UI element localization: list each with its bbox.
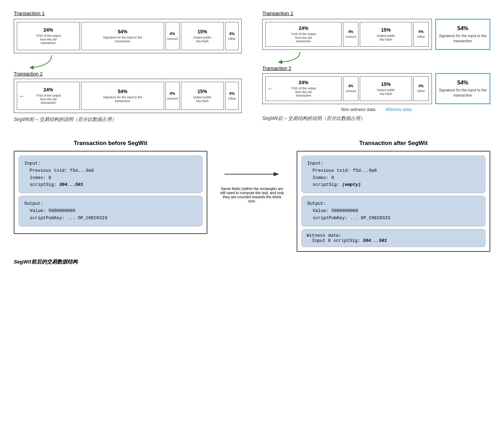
right-arrow-svg xyxy=(273,52,314,62)
after-segwit-block: Transaction after SegWit Input: Previous… xyxy=(297,140,490,252)
before-output-box: Output: Value: 5000000000 scriptPubKey: … xyxy=(19,196,203,226)
left-arrow-svg xyxy=(24,55,65,68)
after-witness-box: Witness data: Input 0 scriptSig: 304...5… xyxy=(301,229,485,247)
right-arrow-area xyxy=(273,52,490,62)
left-tx1-cell-txid: 24% TXID of the outputfrom the oldtransa… xyxy=(17,22,80,50)
left-tx1-title: Transaction 1 xyxy=(14,10,242,16)
arrow-note: Same fields (within the rectangle) are s… xyxy=(219,187,285,203)
left-tx2-title: Transaction 2 xyxy=(14,71,242,77)
right-tx1-row: 24% TXID of the outputfrom the oldtransa… xyxy=(262,19,490,50)
right-tx1-sig-content: 54% Signature for the input to the trans… xyxy=(439,25,487,43)
right-tx2-sig-box: 54% Signature for the input to the trans… xyxy=(435,73,490,104)
bottom-section: Transaction before SegWit Input: Previou… xyxy=(14,140,490,252)
bottom-caption: SegWit前后的交易数据结构 xyxy=(14,259,490,265)
txid-italic: txid xyxy=(262,191,267,195)
right-tx1-sig-box: 54% Signature for the input to the trans… xyxy=(435,19,490,50)
left-tx2-cell-sig: 54% Signature for the input to thetransa… xyxy=(81,82,164,110)
after-segwit-outer: Input: Previous txid: f5d...9a6 Index: 0… xyxy=(297,151,490,252)
right-tx2-sig-content: 54% Signature for the input to the trans… xyxy=(439,80,487,98)
right-tx2-title: Transaction 2 xyxy=(262,66,490,71)
before-segwit-title: Transaction before SegWit xyxy=(14,140,207,147)
nonwitness-label: Non witness data xyxy=(341,107,376,112)
before-segwit-block: Transaction before SegWit Input: Previou… xyxy=(14,140,207,234)
left-tx2-cell-txid: ← 24% TXID of the outputfrom the oldtran… xyxy=(17,82,80,110)
right-tx1-cell-other: 4% Other xyxy=(413,22,429,47)
right-tx1-cell-txid: 24% TXID of the outputfrom the oldtransa… xyxy=(265,22,342,47)
right-tx2-cell-amount: 4% Amount xyxy=(343,76,358,101)
right-caption: SegWit后 – 交易结构的说明（百分比数据占用） xyxy=(262,115,490,122)
before-segwit-outer: Input: Previous txid: f5d...9a6 Index: 0… xyxy=(14,151,207,234)
left-tx1-cell-pubkey: 15% Output publickey hash xyxy=(181,22,224,50)
left-caption: SegWit前 – 交易结构的说明（百分比数据占用） xyxy=(14,116,242,123)
right-tx2-cell-other: 4% Other xyxy=(413,76,429,101)
arrow-note-area: Same fields (within the rectangle) are s… xyxy=(218,140,286,203)
after-input-box: Input: Previous txid: f5d...9a6 Index: 0… xyxy=(301,156,485,193)
right-green-arrow-icon: ← xyxy=(267,85,273,92)
right-tx2-main: ← 24% TXID of the outputfrom the oldtran… xyxy=(262,73,432,104)
after-witness-sig-value: 304...501 xyxy=(363,238,387,243)
witness-label: Witness data xyxy=(386,107,411,112)
after-scriptsig-value: (empty) xyxy=(342,182,361,187)
right-tx1-cell-pubkey: 15% Output publickey hash xyxy=(360,22,412,47)
right-tx1-main: 24% TXID of the outputfrom the oldtransa… xyxy=(262,19,432,50)
arrow-graphic xyxy=(221,164,283,184)
left-tx2-cell-other: 4% Other xyxy=(225,82,239,110)
left-tx1-cell-other: 4% Other xyxy=(225,22,239,50)
left-tx2-cell-pubkey: 15% Output publickey hash xyxy=(181,82,224,110)
left-tx1-cell-amount: 4% Amount xyxy=(165,22,180,50)
right-tx2-cell-pubkey: 15% Output publickey hash xyxy=(360,76,412,101)
before-input-box: Input: Previous txid: f5d...9a6 Index: 0… xyxy=(19,156,203,193)
right-tx1-title: Transaction 1 xyxy=(262,10,490,16)
right-tx2-cell-txid: ← 24% TXID of the outputfrom the oldtran… xyxy=(265,76,342,101)
left-tx2-cell-amount: 4% Amount xyxy=(165,82,180,110)
bottom-section-wrapper: Transaction before SegWit Input: Previou… xyxy=(14,140,490,265)
right-tx2-row: ← 24% TXID of the outputfrom the oldtran… xyxy=(262,73,490,104)
before-scriptsig-value: 304...501 xyxy=(59,182,83,187)
left-tx2-box: ← 24% TXID of the outputfrom the oldtran… xyxy=(14,79,242,113)
top-section: Transaction 1 24% TXID of the outputfrom… xyxy=(14,10,490,123)
left-tx1-box: 24% TXID of the outputfrom the oldtransa… xyxy=(14,19,242,53)
bottom-arrow-svg xyxy=(221,164,283,184)
right-tx1-cell-amount: 4% Amount xyxy=(343,22,358,47)
left-green-arrow-icon: ← xyxy=(19,92,25,100)
left-tx1-cell-sig: 54% Signature for the input to thetransa… xyxy=(81,22,164,50)
witness-legend: Non witness data Witness data xyxy=(262,107,490,112)
left-arrow-area xyxy=(24,55,242,68)
after-output-box: Output: Value: 5000000000 scriptPubKey: … xyxy=(301,196,485,226)
after-segwit-title: Transaction after SegWit xyxy=(297,140,490,147)
right-diagram: Transaction 1 24% TXID of the outputfrom… xyxy=(262,10,490,123)
left-diagram: Transaction 1 24% TXID of the outputfrom… xyxy=(14,10,242,123)
